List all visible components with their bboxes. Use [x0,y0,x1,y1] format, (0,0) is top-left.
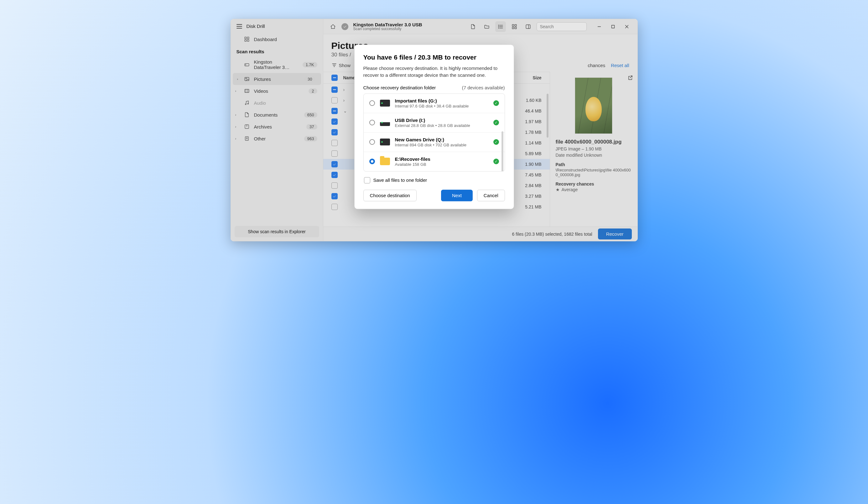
destination-scrollbar[interactable] [502,131,503,171]
destination-name: New Games Drive (Q:) [395,137,488,142]
destination-detail: External 28.8 GB disk • 28.8 GB availabl… [395,123,488,128]
check-icon: ✓ [493,100,499,106]
recovery-destination-modal: You have 6 files / 20.3 MB to recover Pl… [354,44,514,209]
destination-option[interactable]: USB Drive (I:)External 28.8 GB disk • 28… [364,113,505,132]
next-button[interactable]: Next [441,190,473,201]
check-icon: ✓ [493,120,499,125]
destination-radio[interactable] [369,100,375,106]
destination-detail: Internal 97.6 GB disk • 38.4 GB availabl… [395,104,488,109]
destination-radio[interactable] [369,139,375,145]
destination-list: Important files (G:)Internal 97.6 GB dis… [363,93,505,171]
destination-detail: Internal 894 GB disk • 702 GB available [395,143,488,147]
destination-name: Important files (G:) [395,98,488,103]
destination-radio[interactable] [369,159,375,164]
cancel-button[interactable]: Cancel [477,190,505,201]
drive-icon [380,119,390,126]
device-count: (7 devices available) [462,85,505,90]
modal-title: You have 6 files / 20.3 MB to recover [363,53,505,61]
destination-option[interactable]: E:\Recover-filesAvailable 158 GB✓ [364,152,505,171]
save-one-checkbox[interactable] [364,177,370,183]
folder-icon [380,158,390,165]
drive-icon [380,100,390,107]
destination-detail: Available 158 GB [395,162,488,167]
destination-option[interactable]: New Games Drive (Q:)Internal 894 GB disk… [364,132,505,152]
save-one-label: Save all files to one folder [373,178,427,183]
destination-name: USB Drive (I:) [395,118,488,123]
check-icon: ✓ [493,139,499,145]
destination-name: E:\Recover-files [395,157,488,162]
modal-hint: Please choose recovery destination. It i… [363,65,505,79]
drive-icon [380,139,390,145]
destination-radio[interactable] [369,120,375,125]
destination-option[interactable]: Important files (G:)Internal 97.6 GB dis… [364,94,505,113]
save-to-one-folder[interactable]: Save all files to one folder [364,177,504,183]
choose-destination-button[interactable]: Choose destination [363,190,417,201]
choose-destination-label: Choose recovery destination folder [363,85,436,90]
check-icon: ✓ [493,159,499,164]
app-window: Disk Drill Dashboard Scan results Kingst… [230,19,638,241]
